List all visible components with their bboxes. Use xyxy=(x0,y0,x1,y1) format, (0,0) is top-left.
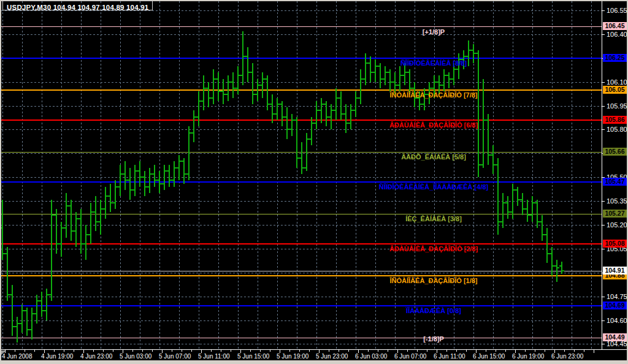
chart-canvas xyxy=(1,1,602,349)
time-tick xyxy=(142,350,143,352)
price-level-badge-4-8: 105.47 xyxy=(603,178,627,186)
time-tick-label: 5 Jun 19:00 xyxy=(277,353,308,360)
time-tick xyxy=(191,350,192,352)
time-tick-label: 5 Jun 23:00 xyxy=(316,353,348,360)
time-tick xyxy=(486,350,486,352)
time-tick xyxy=(407,350,408,352)
price-level-badge-6-8: 105.86 xyxy=(603,116,627,124)
time-tick-label: 5 Jun 11:00 xyxy=(198,353,230,360)
price-tick xyxy=(602,10,605,11)
time-tick xyxy=(93,350,94,352)
time-tick xyxy=(172,350,172,352)
time-tick xyxy=(368,350,369,352)
time-tick xyxy=(260,350,261,352)
price-level-badge-plus-1-8: 106.45 xyxy=(603,22,627,30)
time-tick xyxy=(545,350,545,352)
time-tick xyxy=(446,350,447,352)
time-tick-label: 6 Jun 07:00 xyxy=(394,353,426,360)
price-level-badge-2-8: 105.08 xyxy=(603,240,627,248)
time-tick xyxy=(525,350,526,352)
time-tick-label: 5 Jun 07:00 xyxy=(159,353,191,360)
time-tick xyxy=(103,350,104,352)
price-tick-label: 105.80 xyxy=(607,126,627,133)
price-tick-label: 106.10 xyxy=(607,78,627,86)
price-tick-label: 105.35 xyxy=(607,197,627,205)
time-tick xyxy=(182,350,182,352)
price-level-badge-minus-1-8: 104.49 xyxy=(603,333,627,341)
time-tick xyxy=(594,350,594,353)
time-tick xyxy=(211,350,212,352)
time-tick xyxy=(34,350,35,352)
time-tick xyxy=(427,350,427,352)
price-tick xyxy=(602,249,605,249)
price-tick xyxy=(602,225,605,226)
time-tick xyxy=(456,350,457,352)
time-tick xyxy=(348,350,349,352)
time-tick xyxy=(289,350,290,352)
price-tick xyxy=(602,320,605,321)
ohlc-bars xyxy=(1,31,564,343)
price-tick-label: 105.95 xyxy=(607,102,627,110)
time-tick xyxy=(74,350,74,352)
price-tick xyxy=(602,106,605,107)
price-tick xyxy=(602,82,605,83)
time-tick-label: 4 Jun 23:00 xyxy=(80,353,112,360)
time-tick-label: 6 Jun 03:00 xyxy=(355,353,387,360)
price-tick-label: 104.75 xyxy=(607,293,627,300)
time-tick xyxy=(584,350,584,352)
time-tick-label: 6 Jun 19:00 xyxy=(512,353,544,360)
time-tick xyxy=(299,350,300,352)
grid xyxy=(1,1,602,349)
time-tick xyxy=(54,350,55,352)
price-tick xyxy=(602,201,605,202)
time-tick xyxy=(388,350,388,352)
time-tick xyxy=(496,350,496,352)
time-tick xyxy=(221,350,221,352)
time-tick-label: 6 Jun 23:00 xyxy=(551,353,583,360)
time-tick-label: 4 Jun 19:00 xyxy=(41,353,73,360)
chart-window: 106.55106.40106.25106.10105.95105.80105.… xyxy=(0,0,628,364)
time-tick-label: 4 Jun 2008 xyxy=(2,353,33,360)
time-tick xyxy=(505,350,506,352)
price-tick xyxy=(602,129,605,130)
time-tick xyxy=(329,350,329,352)
price-tick-label: 106.40 xyxy=(607,31,627,38)
time-tick xyxy=(466,350,467,352)
time-tick-label: 6 Jun 15:00 xyxy=(473,353,505,360)
time-tick xyxy=(25,350,25,352)
time-tick xyxy=(378,350,378,352)
time-tick xyxy=(64,350,64,352)
time-tick xyxy=(535,350,535,352)
time-tick xyxy=(417,350,418,352)
price-axis[interactable]: 106.55106.40106.25106.10105.95105.80105.… xyxy=(602,1,627,350)
time-tick xyxy=(270,350,270,352)
time-tick xyxy=(339,350,339,352)
price-level-badge-8-8: 106.25 xyxy=(603,54,627,62)
time-tick xyxy=(152,350,153,352)
time-tick xyxy=(564,350,565,352)
time-tick xyxy=(15,350,15,352)
price-level-badge-7-8: 106.05 xyxy=(603,86,627,94)
price-tick xyxy=(602,297,605,297)
price-tick-label: 104.60 xyxy=(607,317,627,324)
plot-area[interactable] xyxy=(1,1,602,349)
price-tick-label: 105.20 xyxy=(607,221,627,229)
price-level-badge-0-8: 104.69 xyxy=(603,301,627,309)
time-tick xyxy=(574,350,575,352)
chart-title: USDJPY,M30 104.94 104.97 104.89 104.91 xyxy=(7,4,148,11)
time-axis[interactable]: 4 Jun 20084 Jun 19:004 Jun 23:005 Jun 03… xyxy=(1,349,627,360)
time-tick xyxy=(250,350,251,352)
price-level-badge-5-8: 105.66 xyxy=(603,148,627,156)
chart-title-box: USDJPY,M30 104.94 104.97 104.89 104.91 xyxy=(2,1,153,10)
time-tick xyxy=(309,350,310,352)
time-tick xyxy=(231,350,231,352)
time-tick-label: 5 Jun 15:00 xyxy=(237,353,269,360)
time-tick xyxy=(113,350,113,352)
price-tick-label: 106.55 xyxy=(607,7,627,14)
price-tick xyxy=(602,34,605,35)
price-level-badge-3-8: 105.27 xyxy=(603,210,627,218)
time-tick xyxy=(132,350,133,352)
time-tick-label: 6 Jun 11:00 xyxy=(434,353,465,360)
current-price-badge: 104.91 xyxy=(603,267,627,275)
price-tick xyxy=(602,344,605,344)
